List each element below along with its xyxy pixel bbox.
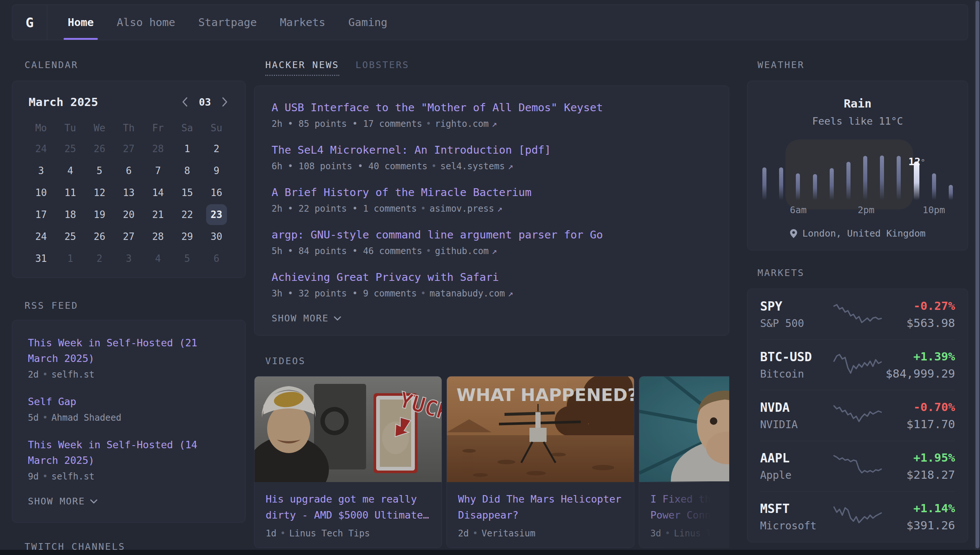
market-ticker[interactable]: BTC-USD	[760, 350, 830, 364]
nav-item-startpage[interactable]: Startpage	[187, 5, 268, 40]
tab-lobsters[interactable]: LOBSTERS	[356, 59, 409, 76]
market-ticker[interactable]: AAPL	[760, 451, 830, 465]
calendar-day[interactable]: 21	[143, 204, 173, 225]
news-item-title[interactable]: The SeL4 Microkernel: An Introduction [p…	[272, 143, 712, 157]
video-thumbnail-ltt-connector[interactable]: DO TH T	[639, 377, 729, 482]
calendar-day[interactable]: 5	[173, 247, 202, 269]
video-title-line[interactable]: Power Connect	[650, 507, 729, 523]
calendar-day[interactable]: 4	[56, 160, 85, 181]
calendar-day[interactable]: 18	[56, 204, 85, 225]
calendar-day[interactable]: 3	[26, 160, 56, 181]
calendar-day[interactable]: 31	[26, 247, 56, 269]
calendar-day[interactable]: 24	[26, 225, 56, 247]
nav-item-home[interactable]: Home	[56, 5, 105, 40]
nav-item-gaming[interactable]: Gaming	[337, 5, 399, 40]
chevron-right-icon[interactable]	[221, 96, 229, 107]
market-ticker[interactable]: NVDA	[760, 400, 830, 415]
market-ticker[interactable]: SPY	[760, 299, 830, 314]
rss-item-title[interactable]: This Week in Self-Hosted (21 March 2025)	[28, 335, 229, 366]
tab-hacker-news[interactable]: HACKER NEWS	[265, 59, 339, 76]
video-title-line[interactable]: I Fixed the 5	[650, 491, 729, 507]
video-card[interactable]: DO TH T I Fixed the 5 Power Connect 3d•L…	[639, 376, 729, 548]
calendar-day[interactable]: 26	[85, 138, 114, 160]
calendar-day[interactable]: 30	[202, 225, 231, 247]
video-thumbnail-mars-helicopter[interactable]: WHAT HAPPENED?	[447, 377, 634, 482]
market-price: $391.26	[885, 518, 955, 532]
video-title-line[interactable]: His upgrade got me really	[266, 491, 430, 507]
calendar-day[interactable]: 16	[202, 181, 231, 204]
news-show-more-button[interactable]: SHOW MORE	[272, 313, 712, 324]
weather-bar	[813, 174, 817, 200]
calendar-day[interactable]: 22	[173, 204, 202, 225]
rss-item-title[interactable]: This Week in Self-Hosted (14 March 2025)	[28, 437, 229, 468]
market-ticker[interactable]: MSFT	[760, 501, 830, 516]
calendar-day[interactable]: 19	[85, 204, 114, 225]
news-item-source[interactable]: asimov.press	[430, 204, 494, 214]
market-row[interactable]: MSFT Microsoft +1.14% $391.26	[760, 491, 955, 542]
calendar-day[interactable]: 7	[143, 160, 173, 181]
news-item-source[interactable]: github.com	[435, 246, 489, 256]
video-card[interactable]: WHAT HAPPENED? Why Did The Mars Helicopt…	[446, 376, 634, 548]
calendar-day[interactable]: 6	[114, 160, 144, 181]
calendar-day[interactable]: 2	[202, 138, 231, 160]
calendar-day[interactable]: 9	[202, 160, 231, 181]
news-item-title[interactable]: A Brief History of the Miracle Bacterium	[272, 186, 712, 199]
video-card[interactable]: YUCK His upgrade got me really dirty - A…	[254, 376, 442, 548]
calendar-day[interactable]: 11	[56, 181, 85, 204]
weather-highlight-temp: 12°	[909, 156, 925, 167]
external-link-icon: ↗	[508, 161, 513, 172]
app-logo[interactable]: G	[12, 5, 47, 40]
weather-location-row[interactable]: London, United Kingdom	[789, 228, 925, 239]
calendar-day-selected[interactable]: 23	[202, 204, 231, 225]
calendar-day[interactable]: 8	[173, 160, 202, 181]
calendar-day[interactable]: 3	[114, 247, 144, 269]
calendar-day[interactable]: 28	[143, 138, 173, 160]
scrollbar-track[interactable]	[975, 0, 980, 550]
calendar-day[interactable]: 15	[173, 181, 202, 204]
market-row[interactable]: NVDA NVIDIA -0.70% $117.70	[760, 390, 955, 440]
calendar-day[interactable]: 1	[173, 138, 202, 160]
calendar-day[interactable]: 17	[26, 204, 56, 225]
calendar-day[interactable]: 5	[85, 160, 114, 181]
news-item-title[interactable]: argp: GNU-style command line argument pa…	[272, 228, 712, 241]
nav-item-markets[interactable]: Markets	[268, 5, 337, 40]
scrollbar-thumb[interactable]	[975, 1, 979, 548]
news-item-title[interactable]: A USB Interface to the "Mother of All De…	[272, 101, 712, 114]
rss-show-more-button[interactable]: SHOW MORE	[28, 496, 229, 507]
market-row[interactable]: BTC-USD Bitcoin +1.39% $84,999.29	[760, 339, 955, 390]
news-item-source[interactable]: matanabudy.com	[430, 288, 505, 299]
calendar-day[interactable]: 27	[114, 138, 144, 160]
news-item-source[interactable]: sel4.systems	[440, 161, 505, 172]
calendar-day[interactable]: 25	[56, 225, 85, 247]
calendar-day[interactable]: 24	[26, 138, 56, 160]
calendar-day[interactable]: 12	[85, 181, 114, 204]
calendar-day[interactable]: 10	[26, 181, 56, 204]
calendar-day[interactable]: 4	[143, 247, 173, 269]
calendar-day[interactable]: 28	[143, 225, 173, 247]
video-thumbnail-ltt-yuck[interactable]: YUCK	[255, 377, 442, 482]
calendar-day[interactable]: 20	[114, 204, 144, 225]
news-item-title[interactable]: Achieving Great Privacy with Safari	[272, 270, 712, 284]
market-row[interactable]: SPY S&P 500 -0.27% $563.98	[760, 289, 955, 339]
calendar-day[interactable]: 2	[85, 247, 114, 269]
calendar-day[interactable]: 25	[56, 138, 85, 160]
calendar-day[interactable]: 29	[173, 225, 202, 247]
news-item-meta: 5h • 84 points • 46 comments•github.com↗	[272, 246, 712, 256]
chevron-left-icon[interactable]	[181, 96, 189, 107]
video-title-line[interactable]: Why Did The Mars Helicopter	[458, 491, 623, 507]
market-row[interactable]: AAPL Apple +1.95% $218.27	[760, 441, 955, 491]
calendar-day[interactable]: 1	[56, 247, 85, 269]
market-sparkline	[830, 451, 885, 481]
calendar-day[interactable]: 26	[85, 225, 114, 247]
news-item-source[interactable]: righto.com	[435, 119, 489, 129]
weather-bar	[949, 185, 953, 200]
rss-item-title[interactable]: Self Gap	[28, 394, 229, 409]
calendar-day[interactable]: 27	[114, 225, 144, 247]
video-title-line[interactable]: dirty - AMD $5000 Ultimate…	[266, 507, 430, 523]
nav-item-also-home[interactable]: Also home	[105, 5, 187, 40]
calendar-day[interactable]: 13	[114, 181, 144, 204]
calendar-day[interactable]: 6	[202, 247, 231, 269]
video-title-line[interactable]: Disappear?	[458, 507, 623, 523]
calendar-day[interactable]: 14	[143, 181, 173, 204]
calendar-section-header: CALENDAR	[24, 59, 245, 70]
